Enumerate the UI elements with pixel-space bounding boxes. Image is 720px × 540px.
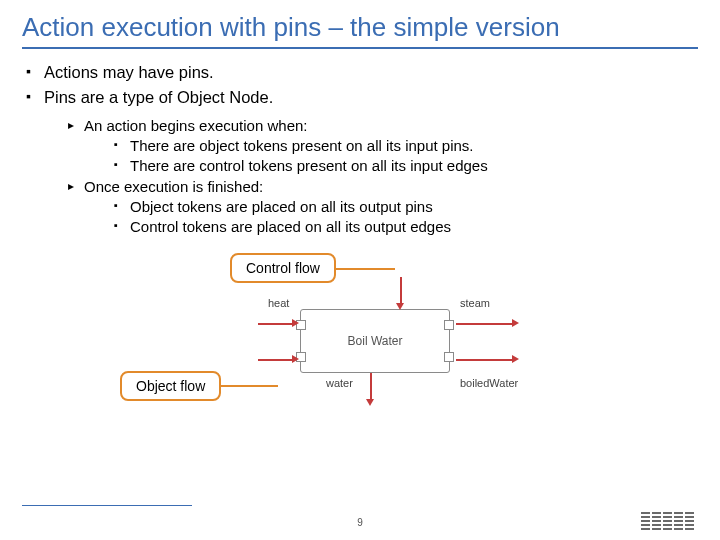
- l1-item: Actions may have pins.: [26, 63, 698, 82]
- pin-label: heat: [268, 297, 289, 309]
- logo-stripe-icon: [685, 512, 694, 530]
- l3-item: Control tokens are placed on all its out…: [114, 218, 698, 235]
- pins-diagram: Control flow Object flow Boil Water heat…: [100, 253, 620, 423]
- arrow-head-icon: [396, 303, 404, 310]
- callout-pointer: [335, 268, 395, 270]
- action-node: Boil Water: [300, 309, 450, 373]
- object-flow-arrow: [258, 323, 294, 325]
- output-pin: [444, 320, 454, 330]
- object-flow-callout: Object flow: [120, 371, 221, 401]
- control-flow-arrow: [370, 373, 372, 401]
- callout-pointer: [220, 385, 278, 387]
- l2-item: Once execution is finished: Object token…: [68, 178, 698, 235]
- output-pin: [444, 352, 454, 362]
- l2-text: An action begins execution when:: [84, 117, 307, 134]
- l3-item: Object tokens are placed on all its outp…: [114, 198, 698, 215]
- level3-list: There are object tokens present on all i…: [84, 137, 698, 174]
- l1-item: Pins are a type of Object Node.: [26, 88, 698, 107]
- l3-item: There are control tokens present on all …: [114, 157, 698, 174]
- l3-item: There are object tokens present on all i…: [114, 137, 698, 154]
- logo-stripe-icon: [641, 512, 650, 530]
- arrow-head-icon: [512, 319, 519, 327]
- logo-stripe-icon: [652, 512, 661, 530]
- logo-stripe-icon: [674, 512, 683, 530]
- control-flow-callout: Control flow: [230, 253, 336, 283]
- arrow-head-icon: [512, 355, 519, 363]
- pin-label: steam: [460, 297, 490, 309]
- title-underline: [22, 47, 698, 49]
- level2-list: An action begins execution when: There a…: [22, 117, 698, 235]
- logo-stripe-icon: [663, 512, 672, 530]
- object-flow-arrow: [456, 323, 514, 325]
- action-label: Boil Water: [348, 334, 403, 348]
- pin-label: water: [326, 377, 353, 389]
- page-number: 9: [357, 517, 363, 528]
- arrow-head-icon: [292, 319, 299, 327]
- object-flow-arrow: [456, 359, 514, 361]
- arrow-head-icon: [292, 355, 299, 363]
- control-flow-arrow: [400, 277, 402, 305]
- footer-rule: [22, 505, 192, 506]
- level1-list: Actions may have pins. Pins are a type o…: [22, 63, 698, 107]
- object-flow-arrow: [258, 359, 294, 361]
- slide-title: Action execution with pins – the simple …: [22, 12, 698, 43]
- pin-label: boiledWater: [460, 377, 518, 389]
- l2-item: An action begins execution when: There a…: [68, 117, 698, 174]
- l2-text: Once execution is finished:: [84, 178, 263, 195]
- arrow-head-icon: [366, 399, 374, 406]
- level3-list: Object tokens are placed on all its outp…: [84, 198, 698, 235]
- ibm-logo: [641, 512, 694, 530]
